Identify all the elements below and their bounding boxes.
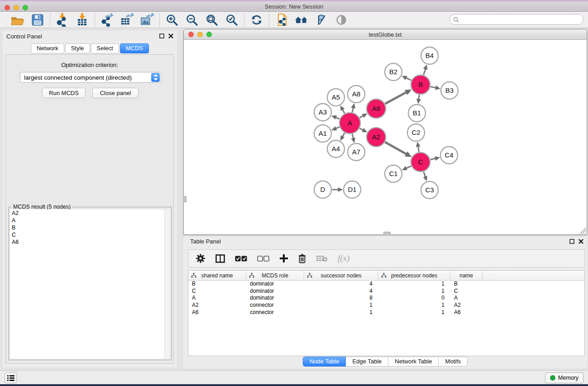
- mcds-result-list[interactable]: A2ABCA6: [10, 210, 170, 359]
- table-cell[interactable]: 1: [378, 281, 450, 288]
- import-network-icon[interactable]: [56, 14, 69, 26]
- table-cell[interactable]: dominator: [246, 288, 304, 295]
- function-icon[interactable]: f(x): [338, 253, 349, 263]
- select-stepper-icon[interactable]: [151, 73, 160, 82]
- graphics-details-icon[interactable]: [315, 14, 328, 26]
- graph-edge-B-B2[interactable]: [406, 77, 411, 80]
- open-session-icon[interactable]: [11, 14, 24, 26]
- table-cell[interactable]: connector: [246, 309, 304, 316]
- column-header-name[interactable]: name: [450, 271, 483, 280]
- show-hide-icon[interactable]: [335, 14, 348, 26]
- network-vertical-scrollbar[interactable]: [184, 196, 186, 202]
- zoom-fit-icon[interactable]: [205, 14, 219, 26]
- table-row[interactable]: A2connector11A2: [188, 302, 584, 309]
- table-cell[interactable]: 4: [304, 281, 378, 288]
- search-input[interactable]: [449, 14, 583, 25]
- table-cell[interactable]: C: [188, 288, 246, 295]
- network-horizontal-scrollbar[interactable]: [383, 232, 391, 234]
- graph-edge-C-C2[interactable]: [418, 146, 419, 152]
- split-view-icon[interactable]: [215, 254, 225, 263]
- criterion-select[interactable]: largest connected component (directed): [20, 72, 161, 83]
- zoom-window-button[interactable]: [23, 5, 28, 10]
- close-panel-button[interactable]: Close panel: [92, 88, 139, 98]
- network-graph[interactable]: AA1A2A3A4A5A6A7A8BB1B2B3B4CC1C2C3C4DD1: [184, 40, 587, 234]
- window-resize-grip[interactable]: [580, 228, 586, 234]
- table-cell[interactable]: C: [450, 288, 483, 295]
- table-header-row[interactable]: shared nameMCDS rolesuccessor nodesprede…: [188, 271, 584, 281]
- search-field[interactable]: [461, 15, 583, 24]
- tab-select[interactable]: Select: [91, 43, 119, 53]
- deselect-all-icon[interactable]: [257, 256, 269, 262]
- tab-style[interactable]: Style: [65, 43, 90, 53]
- tab-motifs[interactable]: Motifs: [439, 357, 468, 367]
- column-header-shared-name[interactable]: shared name: [188, 271, 246, 280]
- table-cell[interactable]: 0: [378, 295, 450, 302]
- result-item[interactable]: B: [10, 224, 170, 231]
- export-network-icon[interactable]: [100, 14, 114, 26]
- table-row[interactable]: A6connector11A6: [188, 309, 584, 316]
- table-cell[interactable]: connector: [246, 302, 304, 309]
- graph-edge-C-C1[interactable]: [406, 166, 411, 168]
- import-table-icon[interactable]: [76, 14, 89, 26]
- result-item[interactable]: C: [10, 231, 170, 238]
- delete-icon[interactable]: [298, 254, 306, 263]
- table-row[interactable]: Cdominator41C: [188, 288, 584, 295]
- network-window-titlebar[interactable]: testGlobe.txt: [184, 29, 587, 40]
- network-canvas[interactable]: AA1A2A3A4A5A6A7A8BB1B2B3B4CC1C2C3C4DD1: [184, 40, 587, 234]
- close-window-button[interactable]: [5, 5, 10, 10]
- table-cell[interactable]: 1: [378, 309, 450, 316]
- task-history-button[interactable]: [5, 372, 17, 383]
- delete-table-icon[interactable]: [316, 255, 328, 262]
- table-cell[interactable]: dominator: [246, 281, 304, 288]
- tab-network[interactable]: Network: [31, 43, 64, 53]
- table-cell[interactable]: A2: [188, 302, 246, 309]
- close-panel-icon[interactable]: [168, 33, 173, 38]
- table-row[interactable]: Bdominator41B: [188, 281, 584, 288]
- tab-network-table[interactable]: Network Table: [388, 357, 439, 367]
- result-scrollbar[interactable]: [164, 210, 170, 359]
- settings-icon[interactable]: [196, 253, 206, 263]
- graph-edge-A6-B[interactable]: [385, 92, 407, 104]
- close-table-panel-icon[interactable]: [578, 239, 583, 244]
- minimize-window-button[interactable]: [14, 5, 19, 10]
- select-all-icon[interactable]: [235, 256, 247, 262]
- column-header-predecessor-nodes[interactable]: predecessor nodes: [378, 271, 450, 280]
- table-cell[interactable]: 4: [304, 288, 378, 295]
- network-close-button[interactable]: [188, 32, 194, 37]
- zoom-out-icon[interactable]: [185, 14, 199, 26]
- column-header-successor-nodes[interactable]: successor nodes: [304, 271, 378, 280]
- table-cell[interactable]: A6: [450, 309, 483, 316]
- table-cell[interactable]: 1: [304, 302, 378, 309]
- graph-edge-A2-C[interactable]: [385, 142, 407, 154]
- result-item[interactable]: A2: [10, 210, 170, 217]
- table-cell[interactable]: 1: [304, 309, 378, 316]
- network-minimize-button[interactable]: [197, 32, 203, 37]
- table-cell[interactable]: B: [450, 281, 483, 288]
- tab-edge-table[interactable]: Edge Table: [346, 357, 388, 367]
- float-table-panel-icon[interactable]: [569, 239, 574, 244]
- graph-edge-B-B4[interactable]: [424, 68, 425, 75]
- table-row[interactable]: Adominator80A: [188, 295, 584, 302]
- table-cell[interactable]: A: [450, 295, 483, 302]
- tab-mcds[interactable]: MCDS: [120, 43, 149, 53]
- export-image-icon[interactable]: [140, 14, 154, 26]
- table-cell[interactable]: A: [188, 295, 246, 302]
- column-header-MCDS-role[interactable]: MCDS role: [246, 271, 304, 280]
- result-item[interactable]: A6: [10, 238, 170, 246]
- save-session-icon[interactable]: [31, 14, 44, 26]
- table-cell[interactable]: A2: [450, 302, 483, 309]
- zoom-selected-icon[interactable]: [225, 14, 239, 26]
- run-mcds-button[interactable]: Run MCDS: [42, 88, 86, 98]
- tab-node-table[interactable]: Node Table: [303, 357, 346, 367]
- memory-button[interactable]: Memory: [545, 372, 583, 383]
- add-column-icon[interactable]: [279, 254, 288, 263]
- network-zoom-button[interactable]: [206, 32, 212, 37]
- result-item[interactable]: A: [10, 217, 170, 224]
- home-icon[interactable]: [295, 14, 308, 26]
- refresh-icon[interactable]: [250, 14, 263, 26]
- table-cell[interactable]: 1: [378, 288, 450, 295]
- table-cell[interactable]: 8: [304, 295, 378, 302]
- table-cell[interactable]: B: [188, 281, 246, 288]
- new-network-icon[interactable]: [275, 14, 288, 26]
- table-cell[interactable]: 1: [378, 302, 450, 309]
